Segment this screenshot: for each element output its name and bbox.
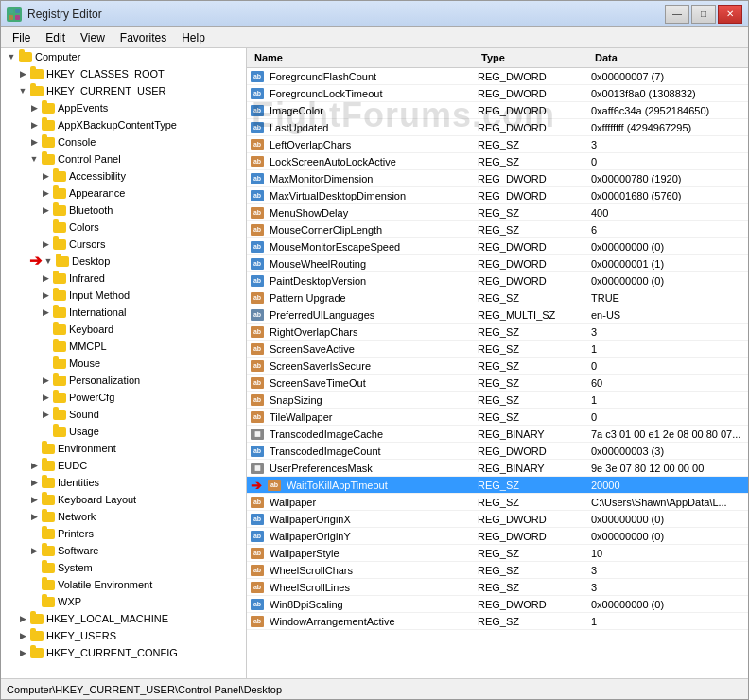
menu-help[interactable]: Help (174, 29, 213, 46)
menu-favorites[interactable]: Favorites (113, 29, 174, 46)
tree-node-accessibility[interactable]: ▶ Accessibility (1, 167, 246, 184)
detail-row[interactable]: ▦ UserPreferencesMask REG_BINARY 9e 3e 0… (247, 460, 748, 477)
detail-row[interactable]: ab ScreenSaveTimeOut REG_SZ 60 (247, 375, 748, 392)
tree-node-keyboard[interactable]: ▶ Keyboard (1, 321, 246, 338)
registry-detail-panel: Name Type Data ab ForegroundFlashCount R… (247, 48, 748, 678)
expander-identities: ▶ (27, 478, 41, 487)
tree-node-input-method[interactable]: ▶ Input Method (1, 287, 246, 304)
tree-node-cursors[interactable]: ▶ Cursors (1, 236, 246, 253)
tree-node-mmcpl[interactable]: ▶ MMCPL (1, 338, 246, 355)
tree-node-eudc[interactable]: ▶ EUDC (1, 457, 246, 474)
detail-row[interactable]: ab PaintDesktopVersion REG_DWORD 0x00000… (247, 272, 748, 289)
tree-node-control-panel[interactable]: ▼ Control Panel (1, 150, 246, 167)
svg-rect-2 (9, 15, 13, 20)
tree-node-bluetooth[interactable]: ▶ Bluetooth (1, 201, 246, 219)
tree-node-sound[interactable]: ▶ Sound (1, 406, 246, 423)
tree-node-software[interactable]: ▶ Software (1, 542, 246, 559)
expander-current-user: ▼ (16, 86, 29, 96)
tree-node-appearance[interactable]: ▶ Appearance (1, 184, 246, 201)
detail-row[interactable]: ab SnapSizing REG_SZ 1 (247, 392, 748, 409)
tree-node-hku[interactable]: ▶ HKEY_USERS (1, 627, 246, 644)
detail-row[interactable]: ab TranscodedImageCount REG_DWORD 0x0000… (247, 443, 748, 460)
tree-node-keyboard-layout[interactable]: ▶ Keyboard Layout (1, 491, 246, 508)
tree-node-mouse[interactable]: ▶ Mouse (1, 355, 246, 372)
detail-row[interactable]: ab MouseWheelRouting REG_DWORD 0x0000000… (247, 255, 748, 272)
detail-row[interactable]: ab ScreenSaveActive REG_SZ 1 (247, 341, 748, 358)
folder-icon-hku (29, 629, 44, 642)
app-icon (7, 7, 22, 22)
detail-cell-type: REG_SZ (474, 411, 587, 423)
detail-row[interactable]: ab ForegroundFlashCount REG_DWORD 0x0000… (247, 68, 748, 85)
tree-node-powercfg[interactable]: ▶ PowerCfg (1, 389, 246, 406)
detail-row[interactable]: ➔ ab WaitToKillAppTimeout REG_SZ 20000 (247, 477, 748, 494)
tree-node-network[interactable]: ▶ Network (1, 508, 246, 525)
detail-row[interactable]: ab TileWallpaper REG_SZ 0 (247, 409, 748, 426)
close-button[interactable]: ✕ (718, 5, 742, 24)
detail-row[interactable]: ab Wallpaper REG_SZ C:\Users\Shawn\AppDa… (247, 494, 748, 511)
detail-row[interactable]: ab RightOverlapChars REG_SZ 3 (247, 324, 748, 341)
tree-node-current-user[interactable]: ▼ HKEY_CURRENT_USER (1, 82, 246, 99)
expander-appevents: ▶ (27, 103, 41, 113)
detail-row[interactable]: ab ScreenSaverIsSecure REG_SZ 0 (247, 358, 748, 375)
status-bar: Computer\HKEY_CURRENT_USER\Control Panel… (1, 678, 748, 699)
detail-row[interactable]: ab Win8DpiScaling REG_DWORD 0x00000000 (… (247, 596, 748, 613)
tree-node-wxp[interactable]: ▶ WXP (1, 593, 246, 610)
detail-row[interactable]: ab WallpaperStyle REG_SZ 10 (247, 545, 748, 562)
detail-row[interactable]: ab MouseMonitorEscapeSpeed REG_DWORD 0x0… (247, 238, 748, 255)
detail-row[interactable]: ab LeftOverlapChars REG_SZ 3 (247, 136, 748, 153)
detail-row[interactable]: ab WallpaperOriginX REG_DWORD 0x00000000… (247, 511, 748, 528)
tree-node-colors[interactable]: ▶ Colors (1, 219, 246, 236)
detail-cell-data: 0 (587, 360, 748, 372)
tree-node-desktop[interactable]: ➔ ▼ Desktop (1, 253, 246, 270)
tree-node-identities[interactable]: ▶ Identities (1, 474, 246, 491)
reg-type-icon: ab (251, 514, 264, 525)
tree-node-appevents[interactable]: ▶ AppEvents (1, 99, 246, 116)
tree-node-console[interactable]: ▶ Console (1, 133, 246, 150)
tree-node-hklm[interactable]: ▶ HKEY_LOCAL_MACHINE (1, 610, 246, 627)
detail-row[interactable]: ab Pattern Upgrade REG_SZ TRUE (247, 289, 748, 306)
tree-node-printers[interactable]: ▶ Printers (1, 525, 246, 542)
tree-node-infrared[interactable]: ▶ Infrared (1, 270, 246, 287)
menu-file[interactable]: File (5, 29, 38, 46)
menu-view[interactable]: View (73, 29, 113, 46)
registry-tree[interactable]: ▼ Computer ▶ HKEY_CLASSES_ROOT ▼ (1, 48, 247, 678)
tree-node-classes-root[interactable]: ▶ HKEY_CLASSES_ROOT (1, 65, 246, 82)
reg-type-icon: ab (251, 582, 264, 593)
detail-row[interactable]: ab PreferredUILanguages REG_MULTI_SZ en-… (247, 306, 748, 324)
reg-type-icon: ab (251, 326, 264, 338)
detail-row[interactable]: ab ForegroundLockTimeout REG_DWORD 0x001… (247, 85, 748, 102)
detail-cell-data: 20000 (587, 480, 748, 491)
tree-label-identities: Identities (58, 477, 99, 488)
tree-node-hkcc[interactable]: ▶ HKEY_CURRENT_CONFIG (1, 644, 246, 661)
folder-icon-accessibility (52, 169, 67, 183)
tree-node-personalization[interactable]: ▶ Personalization (1, 372, 246, 389)
tree-node-volatile-env[interactable]: ▶ Volatile Environment (1, 576, 246, 593)
reg-type-icon: ab (251, 139, 264, 150)
maximize-button[interactable]: □ (691, 5, 716, 24)
detail-row[interactable]: ▦ TranscodedImageCache REG_BINARY 7a c3 … (247, 426, 748, 443)
detail-row[interactable]: ab LastUpdated REG_DWORD 0xffffffff (429… (247, 119, 748, 136)
detail-row[interactable]: ab WallpaperOriginY REG_DWORD 0x00000000… (247, 528, 748, 545)
minimize-button[interactable]: — (665, 5, 689, 24)
menu-edit[interactable]: Edit (38, 29, 73, 46)
detail-row[interactable]: ab MenuShowDelay REG_SZ 400 (247, 204, 748, 221)
detail-row[interactable]: ab WheelScrollLines REG_SZ 3 (247, 579, 748, 596)
detail-value-name: UserPreferencesMask (270, 463, 373, 474)
detail-row[interactable]: ab ImageColor REG_DWORD 0xaff6c34a (2952… (247, 102, 748, 119)
tree-node-computer[interactable]: ▼ Computer (1, 48, 246, 65)
title-bar: Registry Editor — □ ✕ (1, 1, 748, 27)
tree-node-international[interactable]: ▶ International (1, 304, 246, 321)
detail-cell-data: 0x00000000 (0) (587, 531, 748, 542)
tree-node-appxbackup[interactable]: ▶ AppXBackupContentType (1, 116, 246, 133)
detail-row[interactable]: ab WheelScrollChars REG_SZ 3 (247, 562, 748, 579)
tree-node-system[interactable]: ▶ System (1, 559, 246, 576)
detail-row[interactable]: ab MaxMonitorDimension REG_DWORD 0x00000… (247, 170, 748, 187)
folder-icon-appxbackup (41, 118, 56, 131)
detail-row[interactable]: ab MaxVirtualDesktopDimension REG_DWORD … (247, 187, 748, 204)
tree-node-usage[interactable]: ▶ Usage (1, 423, 246, 440)
tree-node-environment[interactable]: ▶ Environment (1, 440, 246, 457)
col-header-type: Type (478, 50, 591, 65)
detail-row[interactable]: ab LockScreenAutoLockActive REG_SZ 0 (247, 153, 748, 170)
detail-row[interactable]: ab WindowArrangementActive REG_SZ 1 (247, 613, 748, 630)
detail-row[interactable]: ab MouseCornerClipLength REG_SZ 6 (247, 221, 748, 238)
